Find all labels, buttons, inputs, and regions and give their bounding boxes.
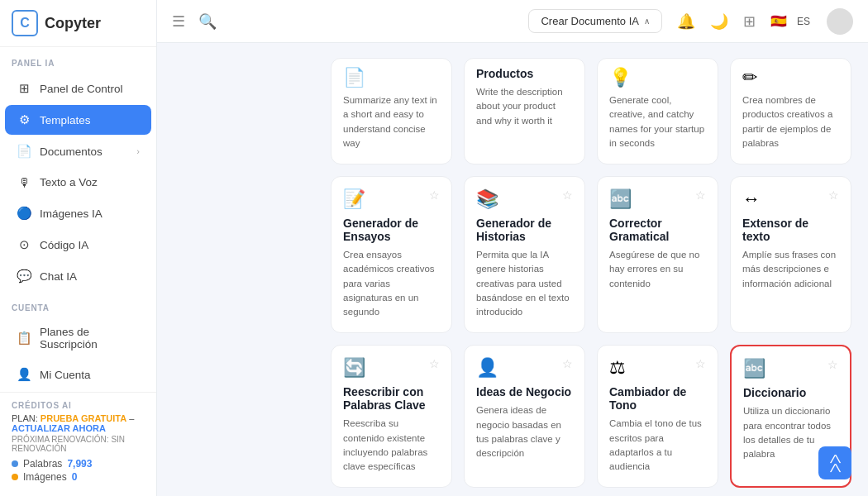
card-partial-2[interactable]: 💡 Generate cool, creative, and catchy na… [597, 58, 718, 165]
card-reescribir[interactable]: 🔄 ☆ Reescribir con Palabras Clave Reescr… [331, 345, 452, 488]
star-icon-historias[interactable]: ☆ [562, 188, 573, 202]
card-desc-0: Summarize any text in a short and easy t… [343, 93, 440, 150]
card-top: 📚 ☆ [476, 188, 573, 210]
sidebar-credits: CRÉDITOS AI PLAN: PRUEBA GRATUITA – ACTU… [0, 392, 156, 496]
plan-free-link[interactable]: PRUEBA GRATUITA [41, 413, 126, 423]
plan-separator: – [129, 413, 134, 423]
card-title-extensor: Extensor de texto [742, 217, 839, 243]
card-desc-2: Generate cool, creative, and catchy name… [609, 93, 706, 150]
sidebar-item-mi-cuenta[interactable]: 👤 Mi Cuenta [5, 360, 151, 389]
card-desc-reescribir: Reescriba su contenido existente incluye… [343, 417, 440, 474]
sidebar-item-texto-voz[interactable]: 🎙 Texto a Voz [5, 168, 151, 197]
imagenes-dot [12, 474, 18, 480]
search-icon[interactable]: 🔍 [198, 12, 217, 31]
renewal-line: PRÓXIMA RENOVACIÓN: SIN RENOVACIÓN [12, 435, 145, 453]
card-desc-corrector: Asegúrese de que no hay errores en su co… [609, 248, 706, 291]
chat-icon: 💬 [17, 269, 31, 284]
doc-icon: 📄 [17, 144, 31, 159]
card-icon-ensayos: 📝 [343, 188, 365, 210]
star-icon-extensor[interactable]: ☆ [828, 188, 839, 202]
sidebar-item-imagenes-ia[interactable]: 🔵 Imágenes IA [5, 198, 151, 228]
card-desc-historias: Permita que la IA genere historias creat… [476, 248, 573, 319]
logo-icon: C [12, 10, 38, 36]
card-icon-ideas: 👤 [476, 357, 498, 379]
cards-row-2: 🔄 ☆ Reescribir con Palabras Clave Reescr… [331, 345, 851, 488]
card-historias[interactable]: 📚 ☆ Generador de Historias Permita que l… [464, 176, 585, 333]
crear-label: Crear Documento IA [541, 15, 639, 27]
chevron-up-icon: ∧ [644, 17, 650, 26]
card-title-tono: Cambiador de Tono [609, 385, 706, 412]
templates-icon: ⚙ [17, 112, 31, 127]
cards-row-1: 📝 ☆ Generador de Ensayos Crea ensayos ac… [331, 176, 851, 333]
sidebar-item-codigo-ia[interactable]: ⊙ Código IA [5, 230, 151, 260]
sidebar-item-planes[interactable]: 📋 Planes de Suscripción [5, 318, 151, 358]
scroll-top-button[interactable]: ⋀⋀ [818, 446, 851, 479]
imagenes-count: 0 [72, 471, 78, 483]
user-icon: 👤 [17, 367, 31, 382]
sidebar-item-label: Texto a Voz [40, 176, 98, 188]
sidebar-item-label: Planes de Suscripción [40, 326, 140, 351]
card-title-reescribir: Reescribir con Palabras Clave [343, 385, 440, 412]
star-icon-reescribir[interactable]: ☆ [429, 357, 440, 370]
moon-icon[interactable]: 🌙 [710, 12, 728, 31]
card-desc-3: Crea nombres de productos creativos a pa… [742, 93, 839, 150]
card-top: ↔ ☆ [742, 188, 839, 210]
menu-icon[interactable]: ☰ [172, 12, 185, 31]
card-top: 🔄 ☆ [343, 357, 440, 379]
card-corrector[interactable]: 🔤 ☆ Corrector Gramatical Asegúrese de qu… [597, 176, 718, 333]
card-icon-tono: ⚖ [609, 357, 626, 379]
star-icon-diccionario[interactable]: ☆ [827, 358, 838, 371]
grid-icon: ⊞ [17, 81, 31, 96]
sidebar-item-label: Panel de Control [40, 83, 123, 95]
sidebar-item-panel-control[interactable]: ⊞ Panel de Control [5, 74, 151, 103]
card-top: 🔤 ☆ [743, 358, 838, 379]
card-title-ideas: Ideas de Negocio [476, 385, 573, 398]
card-title-ensayos: Generador de Ensayos [343, 217, 440, 243]
card-icon-3: ✏ [742, 67, 839, 88]
star-icon-tono[interactable]: ☆ [695, 357, 706, 370]
card-extensor[interactable]: ↔ ☆ Extensor de texto Amplíe sus frases … [730, 176, 851, 333]
card-icon-diccionario: 🔤 [743, 358, 765, 379]
sidebar-item-chat-ia[interactable]: 💬 Chat IA [5, 261, 151, 291]
sidebar-logo: C Copyter [0, 0, 156, 47]
flag-icon: 🇪🇸 [770, 13, 787, 29]
bell-icon[interactable]: 🔔 [677, 12, 695, 31]
code-icon: ⊙ [17, 237, 31, 252]
topbar: ☰ 🔍 Crear Documento IA ∧ 🔔 🌙 ⊞ 🇪🇸 ES [157, 0, 868, 43]
card-desc-extensor: Amplíe sus frases con más descripciones … [742, 248, 839, 291]
palabras-count: 7,993 [67, 458, 92, 470]
planes-icon: 📋 [17, 331, 31, 346]
palabras-dot [12, 460, 18, 467]
card-top: 📝 ☆ [343, 188, 440, 210]
logo-text: Copyter [45, 15, 101, 32]
imagenes-credits: Imágenes 0 [12, 471, 145, 483]
imagenes-label: Imágenes [23, 471, 67, 483]
card-partial-3[interactable]: ✏ Crea nombres de productos creativos a … [730, 58, 851, 165]
card-partial-0[interactable]: 📄 Summarize any text in a short and easy… [331, 58, 452, 165]
crear-documento-button[interactable]: Crear Documento IA ∧ [528, 9, 662, 33]
card-cambiador-tono[interactable]: ⚖ ☆ Cambiador de Tono Cambia el tono de … [597, 345, 718, 488]
lang-label: ES [797, 16, 810, 27]
plan-line: PLAN: PRUEBA GRATUITA – ACTUALIZAR AHORA [12, 413, 145, 433]
card-top: ⚖ ☆ [609, 357, 706, 379]
sidebar: C Copyter PANEL IA ⊞ Panel de Control ⚙ … [0, 0, 157, 496]
star-icon-corrector[interactable]: ☆ [695, 188, 706, 202]
sidebar-item-documentos[interactable]: 📄 Documentos › [5, 136, 151, 166]
avatar[interactable] [827, 8, 853, 35]
card-title-diccionario: Diccionario [743, 386, 838, 399]
card-desc-ideas: Genera ideas de negocio basadas en tus p… [476, 403, 573, 460]
sidebar-item-label: Código IA [40, 239, 88, 251]
star-icon-ideas[interactable]: ☆ [562, 357, 573, 370]
expand-icon[interactable]: ⊞ [743, 12, 756, 31]
plan-upgrade-link[interactable]: ACTUALIZAR AHORA [12, 423, 106, 433]
sidebar-item-label: Chat IA [40, 270, 77, 283]
cards-row-0: 📄 Summarize any text in a short and easy… [331, 58, 851, 165]
card-icon-corrector: 🔤 [609, 188, 632, 210]
star-icon-ensayos[interactable]: ☆ [429, 188, 440, 202]
palabras-label: Palabras [23, 458, 62, 470]
sidebar-item-templates[interactable]: ⚙ Templates [5, 105, 151, 135]
sidebar-item-label: Imágenes IA [40, 207, 103, 220]
card-ensayos[interactable]: 📝 ☆ Generador de Ensayos Crea ensayos ac… [331, 176, 452, 333]
card-ideas-negocio[interactable]: 👤 ☆ Ideas de Negocio Genera ideas de neg… [464, 345, 585, 488]
card-partial-1[interactable]: Productos Write the description about yo… [464, 58, 585, 165]
